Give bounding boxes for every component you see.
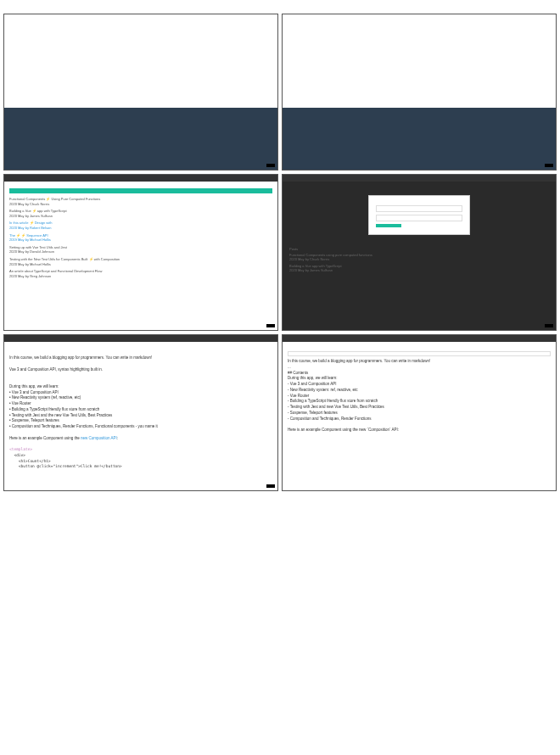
browser-chrome [4, 175, 277, 182]
browser-chrome [283, 335, 556, 342]
timestamp [266, 324, 275, 327]
thumbnail-5: In this course, we build a blogging app … [3, 334, 278, 491]
metadata-header [0, 0, 560, 14]
submit-button [376, 224, 401, 227]
browser-chrome [4, 335, 277, 342]
timestamp [545, 164, 553, 167]
thumbnail-1 [3, 14, 278, 171]
timestamp [266, 164, 275, 167]
thumbnail-3: Functional Components ⚡ Using Pure Compu… [3, 174, 278, 331]
thumbnail-2 [282, 14, 557, 171]
timestamp [545, 324, 553, 327]
title-input [288, 351, 551, 356]
thumbnail-4: Posts Functional Components using pure c… [282, 174, 557, 331]
dimmed-content: Posts Functional Components using pure c… [286, 243, 552, 276]
thumbnail-6: In this course, we build a blogging app … [282, 334, 557, 491]
markdown-source: In this course, we build a blogging app … [288, 359, 551, 433]
thumbnail-grid: Functional Components ⚡ Using Pure Compu… [0, 14, 560, 491]
article-body: In this course, we build a blogging app … [9, 355, 272, 470]
username-input [376, 205, 462, 212]
login-modal [368, 195, 470, 235]
password-input [376, 215, 462, 221]
browser-chrome [283, 175, 556, 182]
posts-banner [9, 188, 272, 193]
timestamp [266, 484, 275, 488]
post-list: Functional Components ⚡ Using Pure Compu… [9, 197, 272, 278]
